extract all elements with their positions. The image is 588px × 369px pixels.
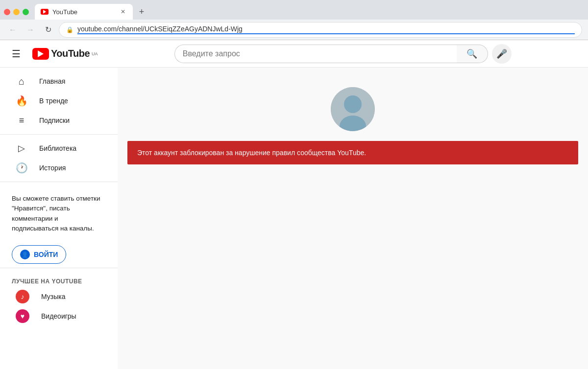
svg-point-1	[344, 95, 362, 113]
browser-chrome: YouTube ✕ + ← → ↻ 🔒 youtube.com/channel/…	[0, 0, 588, 40]
search-input[interactable]	[174, 45, 457, 63]
library-icon: ▷	[16, 143, 27, 154]
tab-close-button[interactable]: ✕	[119, 8, 127, 16]
sidebar-item-music[interactable]: ♪ Музыка	[4, 287, 114, 306]
youtube-app: ☰ YouTubeUA 🔍 🎤 ⌂ Главная	[0, 40, 588, 369]
youtube-logo-ua: UA	[92, 51, 98, 56]
forward-button[interactable]: →	[24, 23, 37, 37]
url-text: youtube.com/channel/UCkSEiqZZeAGyADNJwLd…	[77, 25, 575, 34]
tab-bar: YouTube ✕ +	[0, 0, 588, 20]
signin-button[interactable]: 👤 ВОЙТИ	[12, 245, 66, 264]
mic-icon: 🎤	[496, 48, 507, 59]
new-tab-button[interactable]: +	[135, 5, 148, 19]
sidebar-item-subscriptions[interactable]: ≡ Подписки	[4, 111, 114, 130]
hamburger-menu-button[interactable]: ☰	[8, 44, 24, 64]
sidebar-item-library[interactable]: ▷ Библиотека	[4, 138, 114, 158]
history-icon: 🕐	[16, 162, 27, 174]
signin-label: ВОЙТИ	[34, 251, 58, 258]
maximize-window-button[interactable]	[23, 9, 29, 15]
url-bar[interactable]: 🔒 youtube.com/channel/UCkSEiqZZeAGyADNJw…	[59, 22, 582, 38]
mic-button[interactable]: 🎤	[492, 44, 512, 64]
signin-icon: 👤	[20, 250, 30, 259]
tab-favicon	[41, 9, 49, 15]
sidebar-item-history-label: История	[39, 164, 66, 172]
youtube-header: ☰ YouTubeUA 🔍 🎤	[0, 40, 588, 68]
address-bar: ← → ↻ 🔒 youtube.com/channel/UCkSEiqZZeAG…	[0, 20, 588, 40]
youtube-body: ⌂ Главная 🔥 В тренде ≡ Подписки ▷ Библио…	[0, 68, 588, 369]
sidebar-divider-1	[0, 134, 118, 135]
youtube-logo[interactable]: YouTubeUA	[32, 48, 98, 60]
refresh-button[interactable]: ↻	[41, 23, 55, 37]
youtube-play-icon	[38, 50, 44, 57]
sidebar-item-trending[interactable]: 🔥 В тренде	[4, 91, 114, 111]
home-icon: ⌂	[16, 76, 27, 87]
youtube-logo-text: YouTube	[51, 48, 90, 59]
sidebar-item-history[interactable]: 🕐 История	[4, 158, 114, 178]
fire-icon: 🔥	[16, 95, 27, 107]
channel-avatar	[331, 87, 375, 131]
minimize-window-button[interactable]	[13, 9, 20, 15]
avatar-svg	[331, 87, 375, 131]
search-icon: 🔍	[466, 48, 477, 59]
tab-title: YouTube	[52, 8, 115, 16]
sidebar-item-music-label: Музыка	[41, 293, 66, 300]
sidebar-item-library-label: Библиотека	[39, 144, 76, 152]
sidebar-item-games-label: Видеоигры	[41, 312, 76, 320]
search-box: 🔍	[174, 45, 488, 63]
search-button[interactable]: 🔍	[457, 45, 488, 63]
sidebar-item-games[interactable]: ♥ Видеоигры	[4, 306, 114, 326]
blocked-message: Этот аккаунт заблокирован за нарушение п…	[137, 149, 366, 157]
sidebar-divider-2	[0, 182, 118, 182]
browser-tab[interactable]: YouTube ✕	[35, 4, 133, 20]
music-icon: ♪	[16, 290, 29, 303]
main-content: Этот аккаунт заблокирован за нарушение п…	[118, 68, 588, 369]
subscriptions-icon: ≡	[16, 115, 27, 126]
sidebar-promo-text: Вы сможете ставить отметки "Нравится", п…	[0, 186, 118, 241]
channel-avatar-container	[118, 68, 588, 131]
sidebar-item-home-label: Главная	[39, 77, 65, 85]
lock-icon: 🔒	[66, 26, 74, 33]
best-section-label: Лучшее на YouTube	[0, 272, 118, 287]
sidebar-divider-3	[0, 268, 118, 268]
sidebar-item-home[interactable]: ⌂ Главная	[4, 71, 114, 91]
blocked-banner: Этот аккаунт заблокирован за нарушение п…	[127, 141, 578, 164]
back-button[interactable]: ←	[6, 23, 20, 37]
games-icon: ♥	[16, 309, 29, 323]
sidebar-item-subscriptions-label: Подписки	[39, 116, 70, 124]
traffic-lights	[4, 9, 29, 15]
sidebar-item-trending-label: В тренде	[39, 97, 68, 105]
sidebar: ⌂ Главная 🔥 В тренде ≡ Подписки ▷ Библио…	[0, 68, 118, 369]
youtube-logo-icon	[32, 48, 49, 60]
blocked-banner-wrapper: Этот аккаунт заблокирован за нарушение п…	[118, 141, 588, 164]
search-container: 🔍 🎤	[106, 44, 580, 64]
close-window-button[interactable]	[4, 9, 10, 15]
